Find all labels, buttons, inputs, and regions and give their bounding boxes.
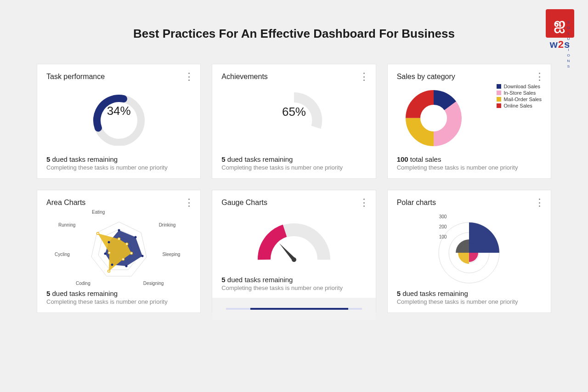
- brand-logo-vertical: SOLUTIONS: [566, 20, 571, 70]
- more-icon[interactable]: [361, 73, 368, 81]
- footer-subtext: Completing these tasks is number one pri…: [221, 284, 366, 291]
- footer-text: total sales: [408, 155, 441, 163]
- card-achievements: Achievements 65% 5 dued tasks remaining …: [212, 64, 376, 179]
- legend-item: In-Store Sales: [497, 90, 542, 96]
- footer-subtext: Completing these tasks is number one pri…: [46, 298, 191, 305]
- svg-point-22: [141, 255, 143, 257]
- polar-tick: 200: [439, 224, 447, 229]
- polar-tick: 100: [439, 234, 447, 239]
- footer-text: dued tasks remaining: [226, 155, 293, 163]
- polar-tick: 300: [439, 214, 447, 219]
- legend-item: Download Sales: [497, 84, 542, 89]
- card-title: Sales by category: [397, 73, 542, 81]
- footer-count: 5: [221, 276, 225, 284]
- svg-point-26: [107, 241, 110, 244]
- footer-count: 5: [397, 290, 401, 297]
- card-footer: 100 total sales Completing these tasks i…: [397, 155, 542, 171]
- radar-label: Running: [58, 222, 75, 227]
- more-icon[interactable]: [361, 199, 368, 207]
- footer-text: dued tasks remaining: [226, 276, 293, 284]
- task-donut-chart: 34%: [46, 81, 191, 155]
- legend-label: In-Store Sales: [503, 90, 536, 96]
- sales-donut-chart: Download Sales In-Store Sales Mail-Order…: [397, 81, 542, 155]
- task-percent-label: 34%: [107, 104, 131, 118]
- legend-item: Online Sales: [497, 103, 542, 108]
- footer-text: dued tasks remaining: [50, 155, 118, 163]
- sales-legend: Download Sales In-Store Sales Mail-Order…: [497, 84, 542, 109]
- more-icon[interactable]: [186, 73, 192, 81]
- svg-point-23: [125, 265, 127, 267]
- card-title: Achievements: [221, 73, 366, 81]
- footer-subtext: Completing these tasks is number one pri…: [397, 164, 542, 171]
- card-footer: 5 dued tasks remaining Completing these …: [46, 290, 191, 305]
- card-footer: 5 dued tasks remaining Completing these …: [221, 155, 366, 171]
- radar-label: Designing: [143, 281, 164, 286]
- card-title: Task performance: [46, 73, 191, 81]
- progress-track: [226, 308, 362, 310]
- more-icon[interactable]: [536, 199, 543, 207]
- card-polar-charts: Polar charts 100 200: [387, 190, 551, 313]
- card-area-charts: Area Charts: [37, 190, 201, 313]
- radar-label: Sleeping: [162, 252, 180, 257]
- card-title: Area Charts: [46, 199, 191, 207]
- svg-point-24: [111, 264, 113, 266]
- footer-text: dued tasks remaining: [50, 290, 118, 297]
- legend-item: Mail-Order Sales: [497, 97, 542, 102]
- legend-label: Download Sales: [503, 84, 540, 89]
- svg-point-16: [122, 258, 124, 261]
- dashboard-grid: Task performance 34% 5 dued tasks remain…: [0, 41, 588, 313]
- footer-subtext: Completing these tasks is number one pri…: [46, 164, 191, 171]
- card-footer: 5 dued tasks remaining Completing these …: [221, 276, 366, 291]
- radar-chart: Eating Drinking Sleeping Designing Codin…: [46, 207, 191, 290]
- svg-point-21: [134, 236, 136, 239]
- radar-label: Drinking: [159, 222, 176, 227]
- brand-logo: ஐ w2s SOLUTIONS: [546, 9, 574, 51]
- radar-label: Coding: [76, 281, 90, 286]
- radar-label: Cycling: [55, 252, 70, 257]
- svg-point-14: [125, 243, 128, 245]
- card-gauge-charts: Gauge Charts 5 dued tasks remaining Comp…: [212, 190, 376, 313]
- svg-point-17: [107, 270, 110, 273]
- svg-point-6: [421, 106, 446, 131]
- svg-point-15: [130, 252, 132, 255]
- footer-count: 5: [221, 155, 225, 163]
- footer-subtext: Completing these tasks is number one pri…: [221, 164, 366, 171]
- achievements-percent-label: 65%: [282, 105, 306, 119]
- legend-label: Online Sales: [503, 103, 532, 108]
- svg-point-18: [108, 252, 110, 254]
- gauge-progress-strip: [212, 298, 375, 320]
- polar-chart: 100 200 300: [397, 207, 542, 290]
- card-title: Polar charts: [397, 199, 542, 207]
- achievements-donut-chart: 65%: [221, 81, 366, 155]
- radar-label: Eating: [92, 210, 105, 215]
- progress-fill: [250, 308, 348, 310]
- page-title: Best Practices For An Effective Dashboar…: [0, 0, 588, 41]
- svg-point-25: [104, 253, 106, 255]
- svg-point-13: [118, 238, 120, 240]
- card-footer: 5 dued tasks remaining Completing these …: [397, 290, 542, 305]
- svg-point-19: [96, 233, 99, 235]
- footer-text: dued tasks remaining: [401, 290, 468, 297]
- card-sales-category: Sales by category Download Sales In-Stor…: [387, 64, 551, 179]
- brand-logo-glyph: ஐ: [554, 15, 565, 33]
- svg-point-20: [118, 229, 120, 232]
- legend-label: Mail-Order Sales: [503, 97, 542, 102]
- gauge-chart: [221, 207, 366, 276]
- card-title: Gauge Charts: [221, 199, 366, 207]
- card-task-performance: Task performance 34% 5 dued tasks remain…: [37, 64, 201, 179]
- footer-count: 100: [397, 155, 408, 163]
- card-footer: 5 dued tasks remaining Completing these …: [46, 155, 191, 171]
- footer-subtext: Completing these tasks is number one pri…: [397, 298, 542, 305]
- more-icon[interactable]: [186, 199, 192, 207]
- more-icon[interactable]: [536, 73, 543, 81]
